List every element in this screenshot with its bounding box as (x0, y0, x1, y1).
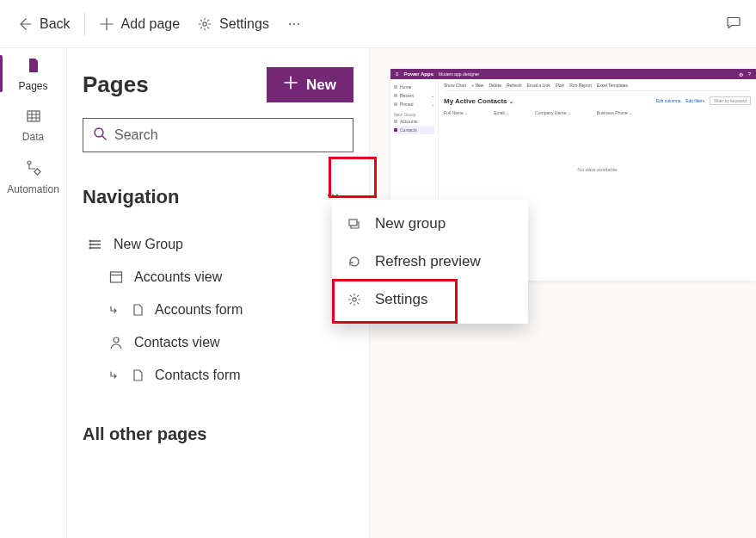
menu-label: New group (375, 215, 446, 232)
svg-point-5 (28, 161, 31, 164)
tree-item-accounts-form[interactable]: Accounts form (83, 294, 353, 326)
svg-rect-4 (28, 111, 40, 121)
svg-point-7 (95, 128, 103, 137)
new-page-button[interactable]: New (267, 67, 353, 102)
arrow-left-icon (15, 15, 33, 33)
table-icon (25, 108, 42, 127)
tree-label: Accounts view (134, 269, 222, 285)
svg-point-3 (298, 22, 299, 24)
tree-group[interactable]: New Group (83, 228, 353, 261)
svg-point-12 (114, 337, 119, 343)
rail-item-data[interactable]: Data (0, 99, 66, 150)
menu-label: Settings (375, 291, 427, 308)
navigation-tree: New Group Accounts view Accounts form Co… (83, 228, 353, 392)
menu-label: Refresh preview (375, 253, 481, 270)
navigation-context-menu: New group Refresh preview Settings (332, 200, 528, 324)
panel-title: Pages (83, 71, 149, 98)
plus-icon (284, 76, 298, 94)
svg-rect-13 (349, 220, 357, 226)
search-icon (92, 126, 108, 145)
add-page-button[interactable]: Add page (90, 11, 189, 37)
svg-point-8 (328, 195, 329, 196)
svg-rect-6 (34, 169, 40, 175)
svg-point-10 (336, 195, 338, 196)
tree-item-contacts-view[interactable]: Contacts view (83, 326, 353, 359)
tree-item-accounts-view[interactable]: Accounts view (83, 261, 353, 294)
svg-point-0 (203, 22, 206, 25)
svg-rect-11 (111, 272, 122, 282)
settings-label: Settings (219, 16, 269, 32)
rail-label-data: Data (22, 131, 44, 143)
rail-item-automation[interactable]: Automation (0, 150, 66, 202)
page-icon (25, 57, 42, 77)
preview-app-name: Modern app designer (439, 71, 479, 77)
back-button[interactable]: Back (7, 10, 79, 38)
gear-icon (197, 16, 212, 32)
all-other-pages-heading: All other pages (83, 424, 353, 444)
tree-label: Contacts form (155, 368, 241, 383)
flow-icon (24, 158, 43, 180)
group-icon (88, 237, 103, 252)
rail-label-automation: Automation (7, 183, 59, 195)
new-group-icon (346, 216, 363, 232)
form-icon (131, 368, 144, 382)
tree-item-contacts-form[interactable]: Contacts form (83, 359, 353, 392)
svg-point-14 (353, 298, 356, 301)
plus-icon (99, 16, 114, 32)
view-icon (108, 269, 124, 285)
chat-icon (725, 19, 742, 34)
refresh-icon (346, 254, 363, 269)
preview-brand: Power Apps (404, 71, 433, 77)
new-button-label: New (306, 77, 336, 94)
tree-label: Accounts form (155, 302, 243, 318)
svg-point-1 (289, 22, 291, 24)
left-nav-rail: Pages Data Automation (0, 48, 67, 538)
navigation-heading: Navigation (83, 186, 179, 208)
top-command-bar: Back Add page Settings (0, 0, 756, 48)
menu-item-new-group[interactable]: New group (332, 205, 528, 243)
subpage-arrow-icon (108, 369, 120, 381)
form-icon (131, 303, 144, 317)
more-horizontal-icon (286, 16, 302, 32)
subpage-arrow-icon (108, 304, 120, 316)
comments-button[interactable] (718, 9, 749, 40)
svg-point-9 (332, 195, 334, 196)
menu-item-refresh-preview[interactable]: Refresh preview (332, 243, 528, 281)
menu-item-settings[interactable]: Settings (332, 281, 528, 318)
rail-item-pages[interactable]: Pages (0, 48, 66, 99)
hamburger-icon: ≡ (396, 71, 399, 77)
svg-point-2 (293, 22, 295, 24)
search-input[interactable] (114, 127, 344, 143)
rail-label-pages: Pages (18, 80, 47, 92)
settings-button[interactable]: Settings (188, 11, 278, 37)
gear-icon (346, 292, 363, 307)
tree-group-label: New Group (114, 237, 183, 252)
search-box[interactable] (83, 118, 353, 152)
divider (84, 12, 85, 36)
person-icon (108, 335, 124, 350)
tree-label: Contacts view (134, 335, 220, 350)
overflow-button[interactable] (278, 11, 310, 37)
add-page-label: Add page (121, 16, 181, 32)
pages-panel: Pages New Navigation New Group (67, 48, 370, 538)
back-label: Back (40, 16, 71, 32)
